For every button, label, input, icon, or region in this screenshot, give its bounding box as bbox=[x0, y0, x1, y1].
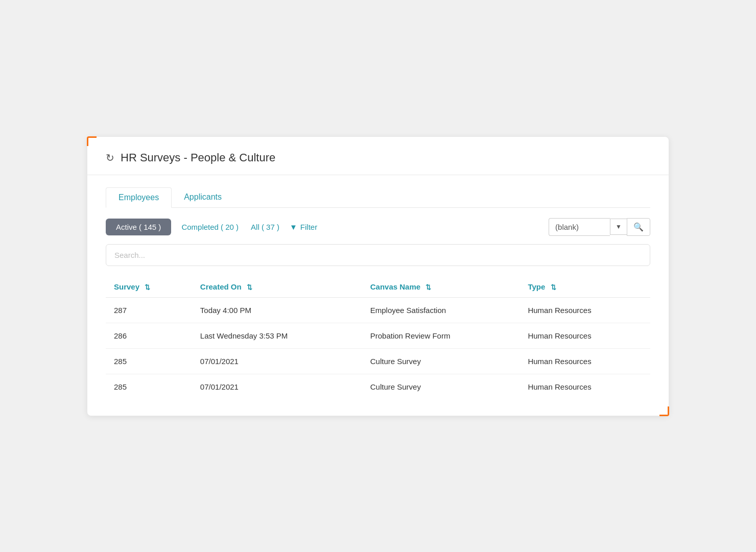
cell-type-2: Human Resources bbox=[519, 348, 650, 374]
card-body: Employees Applicants Active ( 145 ) Comp… bbox=[87, 175, 669, 416]
col-canvas-name[interactable]: Canvas Name ⇅ bbox=[362, 276, 520, 298]
cell-survey-0: 287 bbox=[106, 297, 192, 323]
sort-created-on-icon[interactable]: ⇅ bbox=[247, 283, 252, 291]
dropdown-wrapper: (blank) ▼ 🔍 bbox=[549, 218, 650, 236]
cell-survey-3: 285 bbox=[106, 374, 192, 399]
cell-survey-2: 285 bbox=[106, 348, 192, 374]
card-header: ↻ HR Surveys - People & Culture bbox=[87, 137, 669, 175]
col-created-on-label: Created On bbox=[200, 282, 242, 291]
cell-created-on-1: Last Wednesday 3:53 PM bbox=[192, 323, 362, 348]
cell-canvas-name-2: Culture Survey bbox=[362, 348, 520, 374]
sort-canvas-name-icon[interactable]: ⇅ bbox=[426, 283, 431, 291]
filters-row: Active ( 145 ) Completed ( 20 ) All ( 37… bbox=[106, 218, 650, 236]
cell-canvas-name-3: Culture Survey bbox=[362, 374, 520, 399]
col-type-label: Type bbox=[528, 282, 545, 291]
table-row[interactable]: 287 Today 4:00 PM Employee Satisfaction … bbox=[106, 297, 650, 323]
table-body: 287 Today 4:00 PM Employee Satisfaction … bbox=[106, 297, 650, 399]
table-row[interactable]: 285 07/01/2021 Culture Survey Human Reso… bbox=[106, 348, 650, 374]
blank-select[interactable]: (blank) bbox=[549, 218, 610, 236]
tab-employees[interactable]: Employees bbox=[106, 187, 172, 208]
cell-type-3: Human Resources bbox=[519, 374, 650, 399]
table-row[interactable]: 285 07/01/2021 Culture Survey Human Reso… bbox=[106, 374, 650, 399]
search-input[interactable] bbox=[106, 244, 650, 266]
page-title: ↻ HR Surveys - People & Culture bbox=[106, 151, 650, 164]
cell-canvas-name-1: Probation Review Form bbox=[362, 323, 520, 348]
cell-created-on-2: 07/01/2021 bbox=[192, 348, 362, 374]
col-created-on[interactable]: Created On ⇅ bbox=[192, 276, 362, 298]
search-icon: 🔍 bbox=[633, 222, 644, 232]
data-table: Survey ⇅ Created On ⇅ Canvas Name ⇅ Type… bbox=[106, 276, 650, 399]
cell-type-0: Human Resources bbox=[519, 297, 650, 323]
tab-applicants[interactable]: Applicants bbox=[172, 187, 234, 207]
col-canvas-name-label: Canvas Name bbox=[370, 282, 420, 291]
tab-bar: Employees Applicants bbox=[106, 187, 650, 208]
filter-completed-button[interactable]: Completed ( 20 ) bbox=[179, 219, 241, 235]
sort-survey-icon[interactable]: ⇅ bbox=[145, 283, 150, 291]
filter-button[interactable]: ▼ Filter bbox=[290, 223, 317, 231]
cell-type-1: Human Resources bbox=[519, 323, 650, 348]
table-row[interactable]: 286 Last Wednesday 3:53 PM Probation Rev… bbox=[106, 323, 650, 348]
table-header: Survey ⇅ Created On ⇅ Canvas Name ⇅ Type… bbox=[106, 276, 650, 298]
main-card: ↻ HR Surveys - People & Culture Employee… bbox=[87, 136, 669, 416]
filter-all-button[interactable]: All ( 37 ) bbox=[249, 219, 281, 235]
filter-icon: ▼ bbox=[290, 223, 297, 231]
select-arrow-icon[interactable]: ▼ bbox=[610, 219, 627, 235]
search-button[interactable]: 🔍 bbox=[627, 218, 650, 236]
cell-survey-1: 286 bbox=[106, 323, 192, 348]
cell-canvas-name-0: Employee Satisfaction bbox=[362, 297, 520, 323]
title-text: HR Surveys - People & Culture bbox=[121, 151, 275, 164]
col-survey-label: Survey bbox=[114, 282, 139, 291]
col-survey[interactable]: Survey ⇅ bbox=[106, 276, 192, 298]
sort-type-icon[interactable]: ⇅ bbox=[551, 283, 556, 291]
cell-created-on-0: Today 4:00 PM bbox=[192, 297, 362, 323]
refresh-icon[interactable]: ↻ bbox=[106, 152, 114, 164]
col-type[interactable]: Type ⇅ bbox=[519, 276, 650, 298]
filter-label: Filter bbox=[300, 223, 317, 231]
cell-created-on-3: 07/01/2021 bbox=[192, 374, 362, 399]
filter-active-button[interactable]: Active ( 145 ) bbox=[106, 219, 171, 235]
